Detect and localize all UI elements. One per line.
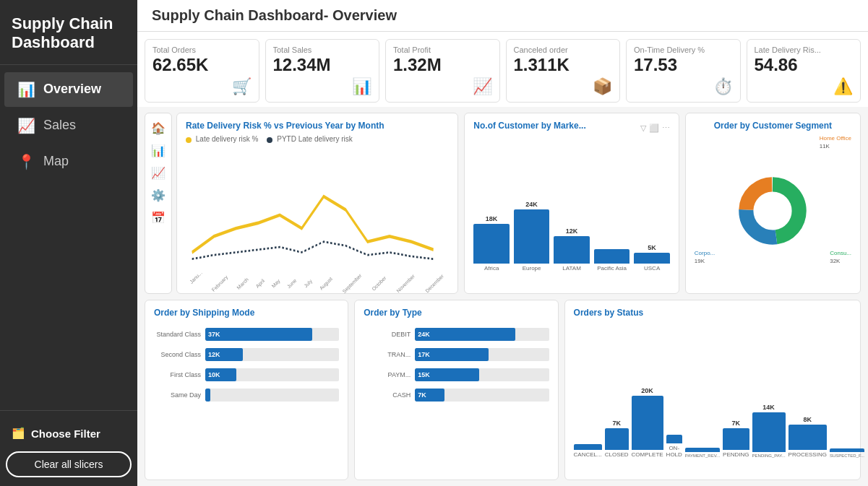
shipping-row-1: Second Class 12K	[154, 348, 339, 361]
status-lbl-pendingpay: PENDING_PAY...	[752, 454, 786, 458]
sidebar-bottom: 🗂️ Choose Filter Clear all slicers	[0, 410, 137, 486]
sidebar-item-overview[interactable]: 📊 Overview	[4, 72, 133, 107]
chart-panel-icon[interactable]: 📊	[149, 142, 168, 160]
type-row-3: CASH 7K	[364, 389, 549, 402]
type-track-0: 24K	[415, 328, 549, 341]
shipping-val-0: 37K	[208, 331, 220, 338]
sidebar-item-sales[interactable]: 📈 Sales	[4, 108, 133, 143]
filter-icon-market[interactable]: ▽	[640, 123, 646, 133]
sidebar-item-map[interactable]: 📍 Map	[4, 144, 133, 179]
donut-legend-consumer: Consu... 32K	[830, 250, 851, 264]
kpi-value-1: 12.34M	[273, 56, 372, 74]
bar-rect-europe	[514, 209, 550, 264]
kpi-icon-5: ⚠️	[833, 77, 853, 96]
status-lbl-cancel: CANCEL...	[574, 451, 602, 458]
status-rect-processing	[788, 425, 827, 450]
bar-rect-africa	[473, 224, 510, 264]
shipping-fill-3	[205, 389, 210, 402]
line-chart-title: Rate Delivery Risk % vs Previous Year by…	[186, 121, 449, 131]
kpi-card-2: Total Profit 1.32M 📈	[385, 39, 500, 103]
donut-legend: Home Office 11K	[820, 135, 851, 149]
donut-legend-corp: Corpo... 19K	[695, 250, 715, 264]
legend-dot-1	[267, 137, 272, 143]
type-track-3: 7K	[415, 389, 549, 402]
shipping-fill-0: 37K	[205, 328, 312, 341]
calendar-panel-icon[interactable]: 📅	[149, 209, 168, 227]
shipping-label-0: Standard Class	[154, 331, 201, 338]
home-panel-icon[interactable]: 🏠	[149, 119, 168, 137]
line-chart-svg	[186, 146, 449, 279]
kpi-label-4: On-Time Delivery %	[634, 45, 733, 54]
kpi-value-5: 54.86	[755, 56, 854, 74]
month-apr: April	[255, 278, 266, 289]
status-lbl-payrev: PAYMENT_REV...	[685, 454, 720, 458]
status-lbl-suspected: SUSPECTED_F...	[830, 454, 864, 458]
bar-val-europe: 24K	[525, 201, 538, 208]
status-bar-cancel: CANCEL...	[574, 443, 602, 458]
order-segment-title: Order by Customer Segment	[695, 121, 851, 131]
more-icon-market[interactable]: ⋯	[662, 123, 670, 133]
legend-label-0: Late delivery risk %	[196, 135, 259, 143]
bar-africa: 18K Africa	[473, 215, 510, 272]
status-rect-cancel	[574, 444, 602, 450]
shipping-track-2: 10K	[205, 368, 339, 381]
status-val-pendingpay: 14K	[762, 404, 775, 411]
status-rect-closed	[605, 428, 629, 450]
segment-home-office-val: 11K	[820, 143, 851, 149]
bar-lbl-africa: Africa	[484, 265, 499, 272]
line-chart-legend: Late delivery risk % PYTD Late delivery …	[186, 135, 449, 143]
choose-filter[interactable]: 🗂️ Choose Filter	[6, 420, 132, 447]
status-bar-wrap: CANCEL... 7K CLOSED 20K COMPLETE	[574, 322, 851, 472]
month-jun: June	[286, 277, 298, 289]
sidebar: Supply Chain Dashboard 📊 Overview 📈 Sale…	[0, 0, 137, 486]
sidebar-title: Supply Chain Dashboard	[0, 0, 137, 65]
expand-icon-market[interactable]: ⬜	[649, 123, 659, 133]
status-rect-complete	[632, 396, 663, 450]
x-axis-months: Janu... February March April May June Ju…	[186, 281, 449, 286]
segment-home-office: Home Office	[820, 135, 851, 142]
status-rect-pending	[723, 428, 749, 450]
side-panel: 🏠 📊 📈 ⚙️ 📅	[145, 113, 172, 293]
shipping-track-3	[205, 389, 339, 402]
shipping-title: Order by Shipping Mode	[154, 308, 339, 318]
status-lbl-closed: CLOSED	[605, 451, 629, 458]
svg-point-3	[755, 192, 791, 229]
shipping-row-2: First Class 10K	[154, 368, 339, 381]
gear-panel-icon[interactable]: ⚙️	[149, 186, 168, 204]
type-title: Order by Type	[364, 308, 549, 318]
shipping-fill-1: 12K	[205, 348, 243, 361]
bar-europe: 24K Europe	[514, 201, 550, 272]
status-rect-pendingpay	[752, 412, 786, 452]
type-fill-0: 24K	[415, 328, 515, 341]
kpi-label-1: Total Sales	[273, 45, 372, 54]
customer-bar-chart: 18K Africa 24K Europe 12K LATAM	[473, 135, 669, 285]
bar-lbl-latam: LATAM	[562, 265, 580, 272]
sales-icon: 📈	[16, 117, 36, 134]
line-chart-wrap	[186, 146, 449, 279]
kpi-label-2: Total Profit	[393, 45, 492, 54]
clear-slicers-button[interactable]: Clear all slicers	[6, 451, 132, 477]
bottom-charts-row: Order by Shipping Mode Standard Class 37…	[145, 300, 861, 480]
shipping-val-1: 12K	[208, 351, 220, 358]
kpi-icon-4: ⏱️	[713, 77, 733, 96]
type-label-1: TRAN...	[364, 351, 411, 358]
bar-val-usca: 5K	[648, 244, 656, 251]
segment-consumer-val: 32K	[830, 258, 851, 264]
type-row-2: PAYM... 15K	[364, 368, 549, 381]
segment-corp-val: 19K	[695, 258, 715, 264]
kpi-value-0: 62.65K	[152, 56, 252, 74]
shipping-row-3: Same Day	[154, 389, 339, 402]
top-charts-row: 🏠 📊 📈 ⚙️ 📅 Rate Delivery Risk % vs Previ…	[145, 113, 861, 293]
shipping-h-bar-chart: Standard Class 37K Second Class 12K	[154, 322, 339, 472]
bar-panel-icon[interactable]: 📈	[149, 164, 168, 182]
customer-market-card: No.of Customer by Marke... ▽ ⬜ ⋯ 18K Afr…	[464, 113, 679, 293]
status-bar-payrev: PAYMENT_REV...	[685, 446, 720, 458]
status-bar-pending: 7K PENDING	[723, 420, 749, 458]
donut-svg	[729, 171, 816, 251]
sidebar-nav: 📊 Overview 📈 Sales 📍 Map	[0, 65, 137, 410]
segment-corp: Corpo...	[695, 250, 715, 256]
bar-rect-pacific	[594, 249, 630, 264]
status-val-processing: 8K	[803, 416, 812, 423]
type-track-1: 17K	[415, 348, 549, 361]
choose-filter-label: Choose Filter	[31, 428, 100, 440]
